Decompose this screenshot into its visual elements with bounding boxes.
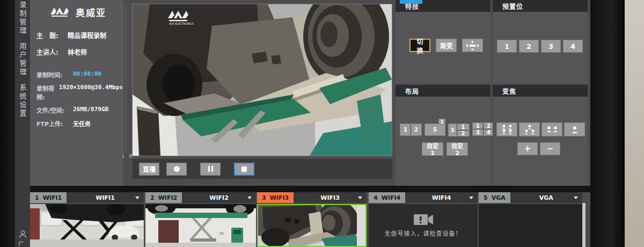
audio-level-meters (123, 4, 126, 154)
record-video-value: 1920×1080@30.4Mbps (59, 84, 123, 101)
source1-thumbnail[interactable] (30, 204, 144, 247)
source5-dropdown[interactable]: VGA (510, 192, 582, 203)
brand-header: 奥威亚 (36, 5, 123, 19)
source1-bar: 1 WIFI1 WIFI1 (30, 192, 144, 203)
four-people-icon (501, 125, 514, 134)
source3-number: 3 (262, 194, 266, 201)
one-person-icon (571, 126, 579, 133)
three-people-icon (523, 125, 536, 134)
source1-dropdown[interactable]: WIFI1 (67, 192, 144, 203)
source3-dropdown[interactable]: WIFI3 (294, 192, 367, 203)
file-space-row: 文件/空间: 26MB/879GB (36, 106, 123, 114)
logout-icon[interactable] (19, 242, 26, 246)
chevron-down-icon (574, 197, 578, 199)
preset-2-button[interactable]: 2 (519, 40, 539, 53)
zoom-two-people-button[interactable] (541, 122, 562, 136)
custom-layout-1-button[interactable]: 自定1 (422, 142, 443, 156)
custom-layout-2-button[interactable]: 自定2 (447, 142, 468, 156)
wall-background (625, 0, 644, 247)
layout-pip-button[interactable]: 5 1 (425, 124, 445, 136)
user-icon[interactable] (19, 230, 27, 238)
source4-dropdown[interactable]: WIFI4 (405, 192, 478, 203)
preset-1-button[interactable]: 1 (497, 40, 517, 53)
zoom-three-people-button[interactable] (519, 122, 540, 136)
presets-panel: 预置位 1 2 3 4 (493, 0, 588, 83)
presenter-row: 主讲人: 林老师 (36, 47, 123, 56)
record-icon (174, 166, 180, 172)
garage-wide-view (30, 204, 144, 247)
pan-tilt-button[interactable] (462, 39, 483, 52)
record-time-value: 00:00:00 (73, 70, 101, 79)
source2-dropdown[interactable]: WIFI2 (182, 192, 256, 203)
ftp-label: FTP上传: (36, 119, 73, 128)
recording-stats: 录制时间: 00:00:00 录制视频: 1920×1080@30.4Mbps … (36, 70, 123, 128)
monitor-edge-highlight (582, 203, 586, 247)
record-time-row: 录制时间: 00:00:00 (36, 70, 123, 79)
source2-number: 2 (150, 194, 155, 201)
source4-number: 4 (374, 194, 378, 201)
section-divider (30, 186, 590, 192)
record-button[interactable] (166, 163, 187, 176)
car-undercarriage-video: AVA ELECTRONICS (133, 4, 392, 156)
topic-row: 主 题: 精品课程录制 (36, 31, 123, 40)
stop-button[interactable] (234, 163, 254, 176)
record-video-label: 录制视频: (36, 84, 59, 101)
no-signal-text: 无信号接入，请检查设备！ (385, 229, 462, 237)
source1-tab[interactable]: 1 WIFI1 (30, 192, 67, 203)
chevron-down-icon (247, 197, 252, 199)
nav-system-settings[interactable]: 系统设置 (18, 84, 28, 118)
source1-number: 1 (35, 194, 39, 201)
stop-icon (241, 166, 247, 172)
file-space-label: 文件/空间: (36, 106, 73, 114)
preset-3-button[interactable]: 3 (541, 40, 561, 53)
preset-4-button[interactable]: 4 (563, 40, 583, 53)
layout-panel: 布局 12 5 1 1 5 2 12 34 自定1 自定2 (396, 85, 491, 186)
undercarriage-close-view (257, 204, 367, 247)
zoom-one-person-button[interactable] (564, 122, 585, 136)
presenter-value: 林老师 (68, 47, 87, 56)
transport-controls: 直播 (133, 159, 392, 179)
source5-tab[interactable]: 5 VGA (479, 192, 510, 203)
zoom-title: 变焦 (493, 85, 588, 97)
record-video-row: 录制视频: 1920×1080@30.4Mbps (36, 84, 123, 101)
svg-text:AVA ELECTRONICS: AVA ELECTRONICS (169, 22, 194, 25)
presets-title: 预置位 (493, 0, 588, 12)
source2-tab[interactable]: 2 WIFI2 (145, 192, 182, 203)
source5-number: 5 (484, 194, 488, 201)
fade-button[interactable]: 渐变 (436, 39, 457, 52)
source2-bar: 2 WIFI2 WIFI2 (145, 192, 256, 203)
source5-thumbnail[interactable] (479, 204, 582, 247)
brand-name: 奥威亚 (76, 5, 106, 19)
layout-grid4-button[interactable]: 12 34 (472, 122, 494, 136)
source3-name: WIFI3 (270, 194, 289, 201)
source4-tab[interactable]: 4 WIFI4 (369, 192, 405, 203)
pause-button[interactable] (200, 163, 221, 176)
source2-thumbnail[interactable] (145, 204, 256, 247)
nav-user-management[interactable]: 用户管理 (18, 42, 28, 77)
effects-panel: 特技 切换 渐变 (396, 0, 491, 83)
source4-thumbnail[interactable]: 无信号接入，请检查设备！ (369, 204, 478, 247)
session-info-panel: 奥威亚 主 题: 精品课程录制 主讲人: 林老师 录制时间: 00:00:00 … (30, 0, 123, 186)
zoom-four-people-button[interactable] (496, 122, 517, 136)
two-people-icon (546, 126, 559, 133)
nav-recording-management[interactable]: 录制管理 (18, 1, 28, 35)
source3-tab[interactable]: 3 WIFI3 (257, 192, 294, 203)
recording-console-screen: 录制管理 用户管理 系统设置 奥威亚 主 题: 精品课程录制 (0, 0, 644, 247)
ftp-row: FTP上传: 无任务 (36, 119, 123, 128)
topic-value: 精品课程录制 (68, 31, 106, 40)
layout-mix-button[interactable]: 1 5 2 (448, 124, 470, 136)
ava-logo-icon (49, 6, 72, 19)
no-signal-placeholder: 无信号接入，请检查设备！ (369, 204, 478, 247)
zoom-out-button[interactable]: − (540, 142, 560, 155)
layout-title: 布局 (396, 85, 491, 97)
main-video-preview: AVA ELECTRONICS (133, 4, 392, 156)
switch-button[interactable]: 切换 (409, 39, 430, 52)
layout-split2-button[interactable]: 12 (400, 124, 422, 136)
source4-bar: 4 WIFI4 WIFI4 (369, 192, 478, 203)
source4-name: WIFI4 (382, 194, 401, 201)
source3-thumbnail[interactable] (257, 204, 367, 247)
live-button[interactable]: 直播 (139, 163, 159, 176)
zoom-in-button[interactable]: + (517, 142, 538, 155)
source2-name: WIFI2 (158, 194, 178, 201)
file-space-value: 26MB/879GB (73, 106, 108, 114)
